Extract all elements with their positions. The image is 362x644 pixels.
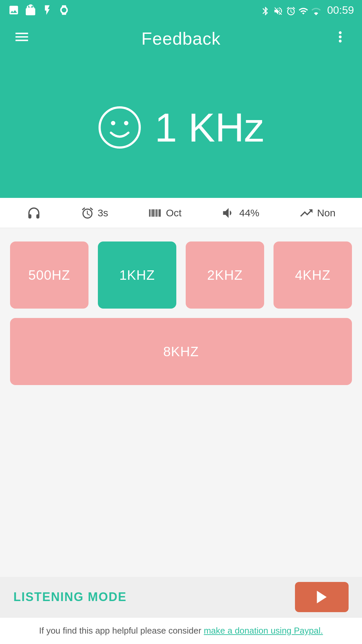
trend-icon — [299, 206, 314, 220]
timer-value: 3s — [98, 207, 108, 219]
svg-point-2 — [124, 121, 128, 125]
bottom-bar: LISTENING MODE — [0, 577, 362, 617]
mute-icon — [273, 6, 283, 16]
footer-text: If you find this app helpful please cons… — [39, 626, 323, 636]
svg-point-1 — [111, 121, 115, 125]
hero-section: 1 KHz — [0, 57, 362, 198]
app-header: Feedback — [0, 20, 362, 57]
page-title: Feedback — [141, 29, 221, 49]
bolt-icon — [42, 4, 53, 16]
clock-time: 00:59 — [327, 4, 354, 16]
freq-1khz-button[interactable]: 1KHZ — [98, 241, 176, 309]
bluetooth-icon — [260, 6, 270, 16]
play-icon — [313, 589, 330, 605]
wifi-icon — [298, 6, 308, 16]
donation-link[interactable]: make a donation using Paypal. — [204, 626, 323, 636]
freq-row-1: 500HZ 1KHZ 2KHZ 4KHZ — [10, 241, 352, 309]
signal-icon — [311, 6, 321, 16]
svg-marker-3 — [317, 591, 326, 603]
timer-control[interactable]: 3s — [81, 206, 108, 220]
volume-value: 44% — [239, 207, 259, 219]
alarm-icon — [286, 6, 296, 16]
listening-mode-label: LISTENING MODE — [13, 590, 127, 604]
image-icon — [8, 4, 19, 16]
status-icons — [8, 4, 70, 16]
footer: If you find this app helpful please cons… — [0, 617, 362, 644]
trend-value: Non — [317, 207, 336, 219]
mode-control[interactable]: Oct — [148, 206, 182, 220]
barcode-icon — [148, 206, 163, 220]
freq-8khz-button[interactable]: 8KHZ — [10, 318, 352, 385]
trend-control[interactable]: Non — [299, 206, 336, 220]
more-button[interactable] — [332, 29, 349, 49]
frequency-grid: 500HZ 1KHZ 2KHZ 4KHZ 8KHZ — [0, 228, 362, 385]
freq-row-2: 8KHZ — [10, 318, 352, 385]
volume-icon — [221, 206, 236, 220]
svg-point-0 — [100, 107, 140, 148]
freq-2khz-button[interactable]: 2KHZ — [186, 241, 264, 309]
toolbar: 3s Oct 44% Non — [0, 198, 362, 228]
freq-500hz-button[interactable]: 500HZ — [10, 241, 88, 309]
watch-icon — [58, 4, 70, 16]
status-bar: 00:59 — [0, 0, 362, 20]
smiley-icon — [98, 106, 141, 149]
headphones-icon — [26, 206, 41, 220]
headphones-control[interactable] — [26, 206, 41, 220]
volume-control[interactable]: 44% — [221, 206, 259, 220]
bag-icon — [25, 4, 36, 16]
hero-frequency: 1 KHz — [155, 104, 264, 151]
mode-value: Oct — [166, 207, 182, 219]
timer-icon — [81, 206, 94, 220]
play-button[interactable] — [295, 582, 349, 612]
hamburger-button[interactable] — [13, 29, 30, 49]
freq-4khz-button[interactable]: 4KHZ — [274, 241, 352, 309]
status-right: 00:59 — [260, 4, 354, 16]
